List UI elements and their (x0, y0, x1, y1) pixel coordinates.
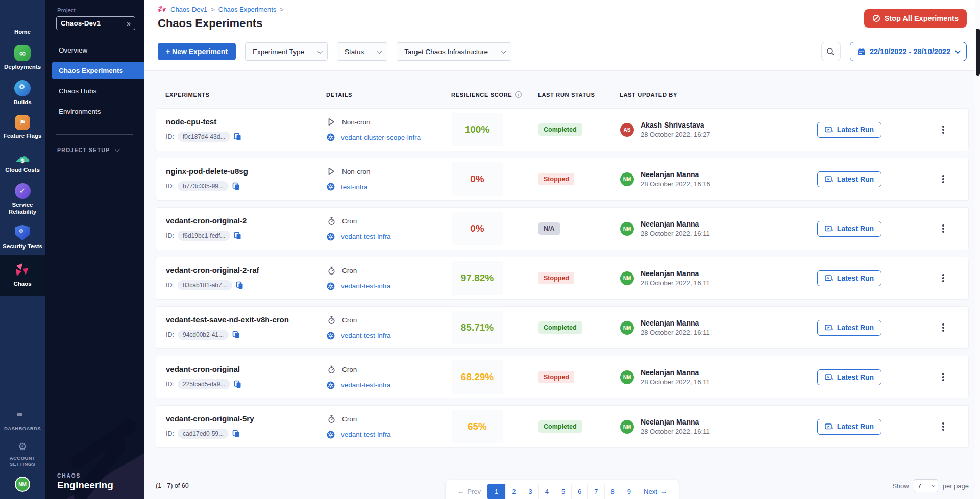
copy-icon[interactable] (234, 380, 241, 388)
filter-experiment-type[interactable]: Experiment Type (245, 42, 328, 61)
page-button[interactable]: 4 (538, 484, 555, 499)
vertical-scrollbar[interactable] (975, 0, 980, 499)
infrastructure-link[interactable]: vedant-cluster-scope-infra (341, 134, 421, 141)
breadcrumb-link-chaos-experiments[interactable]: Chaos Experiments (218, 6, 276, 13)
experiment-name[interactable]: vedant-cron-original-2-raf (163, 266, 327, 275)
page-button[interactable]: 7 (587, 484, 604, 499)
info-icon[interactable]: i (515, 91, 522, 98)
experiment-name[interactable]: vedant-cron-original (163, 365, 327, 373)
user-avatar[interactable]: NM (620, 271, 634, 285)
table-row[interactable]: node-cpu-test ID: f0c187d4-43d... (156, 108, 969, 151)
sidebar-item-home[interactable]: Home (0, 5, 45, 40)
table-row[interactable]: vedant-test-save-nd-exit-v8h-cron ID: 94… (156, 306, 969, 349)
sidebar-item-deployments[interactable]: ∞ Deployments (0, 40, 45, 76)
sidebar-item-dashboards[interactable]: DASHBOARDS (0, 407, 45, 436)
table-row[interactable]: vedant-cron-original ID: 225fcad5-da9... (156, 356, 969, 398)
infrastructure-link[interactable]: vedant-test-infra (341, 332, 391, 339)
user-avatar[interactable]: NM (620, 172, 634, 186)
sidebar-item-chaos[interactable]: Chaos (0, 255, 45, 296)
sidebar-item-chaos-experiments[interactable]: Chaos Experiments (52, 62, 144, 79)
latest-run-button[interactable]: Latest Run (817, 270, 881, 286)
kebab-menu-icon[interactable] (939, 419, 947, 434)
search-button[interactable] (821, 42, 841, 61)
kebab-menu-icon[interactable] (939, 221, 947, 236)
user-name: Neelanjan Manna (641, 418, 710, 426)
table-row[interactable]: nginx-pod-delete-u8sg ID: b773c335-99... (156, 158, 969, 201)
schedule-type: Cron (342, 415, 357, 423)
latest-run-button[interactable]: Latest Run (817, 171, 881, 187)
filter-target-chaos-infrastructure[interactable]: Target Chaos Infrastructure (397, 42, 511, 61)
breadcrumb-link-project[interactable]: Chaos-Dev1 (170, 6, 207, 13)
table-row[interactable]: vedant-cron-original-2 ID: f6d19bc1-fedf… (156, 207, 969, 250)
kebab-menu-icon[interactable] (939, 320, 947, 335)
resilience-score: 0% (452, 162, 503, 196)
latest-run-button[interactable]: Latest Run (817, 419, 881, 435)
table-row[interactable]: vedant-cron-original-2-raf ID: 83cab181-… (156, 257, 969, 300)
latest-run-button[interactable]: Latest Run (817, 122, 881, 138)
scrollbar-thumb[interactable] (976, 29, 980, 76)
cloud-costs-icon: ☁$ (13, 149, 32, 164)
copy-icon[interactable] (234, 133, 241, 141)
sidebar-item-chaos-hubs[interactable]: Chaos Hubs (45, 82, 144, 99)
user-avatar[interactable]: NM (620, 370, 634, 384)
kebab-menu-icon[interactable] (939, 172, 947, 186)
sidebar-item-security-tests[interactable]: Security Tests (0, 220, 45, 255)
page-button[interactable]: 1 (487, 484, 505, 499)
infrastructure-link[interactable]: test-infra (341, 183, 368, 191)
latest-run-button[interactable]: Latest Run (817, 320, 881, 336)
stop-all-experiments-button[interactable]: Stop All Experiments (864, 9, 967, 28)
experiment-name[interactable]: vedant-cron-original-2 (163, 216, 327, 225)
copy-icon[interactable] (234, 232, 241, 240)
infrastructure-link[interactable]: vedant-test-infra (341, 381, 391, 389)
page-size-select[interactable]: 7 (914, 479, 938, 492)
latest-run-button[interactable]: Latest Run (817, 221, 881, 237)
experiment-name[interactable]: node-cpu-test (163, 117, 327, 126)
infrastructure-link[interactable]: vedant-test-infra (341, 282, 391, 290)
page-button[interactable]: 6 (571, 484, 587, 499)
date-range-picker[interactable]: 22/10/2022 - 28/10/2022 (850, 42, 967, 61)
user-avatar[interactable]: NM (620, 222, 634, 236)
sidebar-item-environments[interactable]: Environments (45, 103, 144, 120)
next-page-button[interactable]: Next → (637, 484, 674, 499)
sidebar-item-service-reliability[interactable]: ✓ Service Reliability (0, 179, 45, 220)
sidebar-item-builds[interactable]: Builds (0, 76, 45, 111)
page-button[interactable]: 2 (505, 484, 522, 499)
prev-page-button[interactable]: ← Prev (451, 484, 487, 499)
project-setup-toggle[interactable]: PROJECT SETUP (57, 147, 144, 153)
page-button[interactable]: 8 (604, 484, 621, 499)
status-badge: Completed (538, 123, 582, 136)
filter-status[interactable]: Status (337, 42, 387, 61)
copy-icon[interactable] (232, 182, 240, 190)
sidebar-item-feature-flags[interactable]: ⚑ Feature Flags (0, 110, 45, 144)
table-row[interactable]: vedant-cron-original-5ry ID: cad17ed0-59… (156, 405, 969, 448)
copy-icon[interactable] (232, 331, 240, 339)
resilience-score: 65% (452, 410, 503, 443)
sidebar-item-account-settings[interactable]: ⚙ ACCOUNT SETTINGS (0, 436, 45, 471)
user-avatar[interactable]: NM (15, 477, 30, 492)
project-section-label: Project (57, 7, 144, 13)
project-selector[interactable]: Chaos-Dev1 » (56, 16, 135, 30)
updated-timestamp: 28 October 2022, 16:11 (641, 279, 710, 287)
user-avatar[interactable]: NM (620, 420, 634, 434)
experiment-name[interactable]: nginx-pod-delete-u8sg (163, 167, 327, 176)
infrastructure-link[interactable]: vedant-test-infra (341, 431, 391, 438)
copy-icon[interactable] (236, 281, 243, 289)
schedule-type: Cron (342, 217, 357, 225)
latest-run-button[interactable]: Latest Run (817, 369, 881, 385)
experiment-name[interactable]: vedant-cron-original-5ry (163, 414, 327, 423)
page-button[interactable]: 9 (621, 484, 637, 499)
copy-icon[interactable] (232, 430, 240, 438)
kebab-menu-icon[interactable] (939, 122, 947, 137)
new-experiment-button[interactable]: + New Experiment (158, 43, 236, 60)
infrastructure-link[interactable]: vedant-test-infra (341, 233, 391, 240)
page-button[interactable]: 5 (555, 484, 571, 499)
page-button[interactable]: 3 (522, 484, 538, 499)
user-avatar[interactable]: AS (620, 123, 634, 137)
kebab-menu-icon[interactable] (939, 271, 947, 285)
kebab-menu-icon[interactable] (939, 370, 947, 384)
user-avatar[interactable]: NM (620, 321, 634, 335)
sidebar-item-cloud-costs[interactable]: ☁$ Cloud Costs (0, 144, 45, 179)
sidebar-item-overview[interactable]: Overview (45, 41, 144, 59)
experiment-name[interactable]: vedant-test-save-nd-exit-v8h-cron (163, 315, 327, 324)
chevron-down-icon (501, 48, 506, 54)
